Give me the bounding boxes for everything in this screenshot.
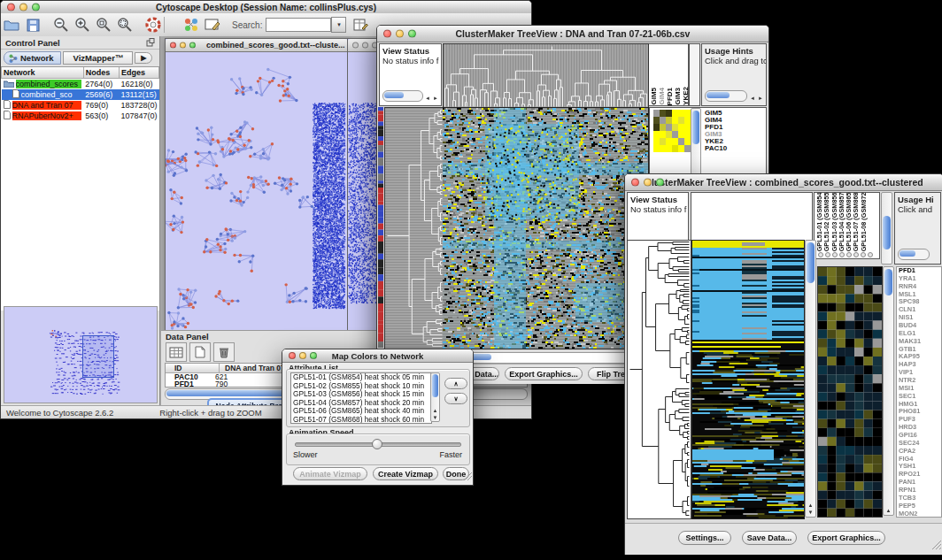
zoom-in-icon[interactable] [72, 15, 93, 35]
treeview2-title-bar[interactable]: ClusterMaker TreeView : combined_scores_… [625, 174, 942, 191]
matrix-cell[interactable] [672, 124, 678, 131]
matrix-cell[interactable] [653, 138, 660, 145]
network-canvas[interactable] [166, 51, 346, 330]
tabs-more-button[interactable]: ▶ [135, 52, 152, 64]
tv1-heat-hscrollbar[interactable] [443, 352, 650, 364]
network-row[interactable]: RNAPuberNov2+563(0)107847(0) [2, 111, 159, 121]
matrix-cell[interactable] [684, 138, 691, 145]
close-button[interactable] [170, 42, 176, 49]
attribute-browser-icon[interactable] [350, 15, 371, 35]
tv2-export-graphics-button[interactable]: Export Graphics... [807, 531, 885, 545]
tv1-heatmap-canvas[interactable] [443, 107, 649, 349]
tv2-column-label[interactable]: GPL51-03 (GSM856) [831, 192, 838, 251]
attribute-item[interactable]: GPL51-07 (GSM868) heat shock 60 min [291, 416, 431, 424]
tv2-save-data-button[interactable]: Save Data... [742, 531, 797, 545]
minimize-button[interactable] [180, 42, 186, 49]
minimize-button[interactable] [19, 4, 27, 12]
treeview1-title-bar[interactable]: ClusterMaker TreeView : DNA and Tran 07-… [377, 26, 768, 42]
matrix-cell[interactable] [653, 124, 660, 131]
tv2-column-label[interactable]: GPL51-04 (GSM857) [838, 192, 845, 251]
scroll-up-icon[interactable]: ▲ [884, 508, 893, 513]
zoom-button[interactable] [189, 42, 196, 49]
minimize-button[interactable] [299, 352, 306, 359]
matrix-cell[interactable] [660, 138, 666, 145]
tv1-column-label[interactable]: PFD1 [667, 88, 674, 105]
matrix-cell[interactable] [672, 110, 678, 117]
tv2-column-label[interactable]: GPL51-01 (GSM854) [816, 192, 822, 251]
tab-vizmapper[interactable]: VizMapper™ [63, 51, 133, 65]
matrix-cell[interactable] [678, 110, 684, 117]
zoom-fit-icon[interactable] [114, 15, 135, 35]
minimize-button[interactable] [644, 179, 652, 187]
matrix-cell[interactable] [684, 117, 691, 124]
matrix-cell[interactable] [672, 145, 678, 152]
zoom-out-icon[interactable] [50, 15, 72, 35]
matrix-cell[interactable] [660, 117, 666, 124]
close-button[interactable] [631, 179, 639, 187]
network-row[interactable]: combined_scores2764(0)16218(0) [2, 79, 159, 90]
matrix-cell[interactable] [684, 110, 691, 117]
move-attribute-down-button[interactable]: ∨ [444, 393, 467, 404]
save-icon[interactable] [22, 15, 43, 35]
matrix-cell[interactable] [666, 124, 672, 131]
float-panel-icon[interactable] [146, 35, 155, 50]
close-button[interactable] [352, 42, 359, 49]
tv1-similarity-matrix[interactable] [653, 110, 691, 152]
matrix-cell[interactable] [653, 145, 660, 152]
matrix-cell[interactable] [666, 145, 672, 152]
attribute-select-icon[interactable] [166, 342, 187, 362]
matrix-cell[interactable] [678, 145, 684, 152]
tv1-column-label[interactable]: GIM3 [675, 88, 682, 105]
scroll-down-icon[interactable]: ▼ [806, 510, 815, 515]
minimize-button[interactable] [396, 30, 404, 38]
network-row[interactable]: combined_sco2569(6)13112(15) [2, 89, 159, 100]
matrix-cell[interactable] [653, 117, 660, 124]
search-input[interactable] [266, 18, 331, 32]
matrix-cell[interactable] [684, 131, 691, 138]
zoom-button[interactable] [408, 30, 416, 38]
matrix-cell[interactable] [660, 124, 666, 131]
tv2-zoom-heatmap-canvas[interactable] [817, 266, 883, 518]
matrix-cell[interactable] [672, 117, 678, 124]
scroll-right-icon[interactable]: ► [758, 96, 763, 101]
close-button[interactable] [383, 30, 391, 38]
delete-attribute-trash-icon[interactable] [213, 342, 235, 362]
help-lifesaver-icon[interactable] [143, 15, 164, 35]
tv1-column-label[interactable]: GIM5 [651, 88, 658, 105]
slider-thumb[interactable] [372, 439, 382, 449]
matrix-cell[interactable] [666, 117, 672, 124]
close-button[interactable] [289, 352, 296, 359]
tv2-top-vscrollbar[interactable] [881, 192, 892, 265]
tv2-gene-label[interactable]: MON2 [899, 510, 941, 518]
tv2-column-label[interactable]: GPL51-07 (GSM868) [853, 192, 859, 251]
main-title-bar[interactable]: Cytoscape Desktop (Session Name: collins… [1, 1, 531, 14]
scroll-left-icon[interactable]: ◄ [425, 96, 430, 101]
zoom-selected-icon[interactable] [93, 15, 114, 35]
data-column-id[interactable]: ID [166, 364, 220, 372]
tv1-export-graphics-button[interactable]: Export Graphics... [505, 367, 583, 380]
animation-speed-slider[interactable] [295, 442, 461, 447]
matrix-cell[interactable] [678, 117, 684, 124]
tv1-column-label[interactable]: GIM4 [659, 88, 666, 105]
new-attribute-icon[interactable] [189, 342, 211, 362]
network-view-title-bar[interactable]: combined_scores_good.txt--cluste... [166, 39, 348, 52]
matrix-cell[interactable] [672, 138, 678, 145]
matrix-cell[interactable] [653, 110, 660, 117]
tv1-column-dendrogram[interactable] [443, 43, 649, 108]
zoom-button[interactable] [656, 179, 664, 187]
matrix-cell[interactable] [660, 131, 666, 138]
scroll-down-icon[interactable]: ▼ [431, 415, 439, 420]
matrix-cell[interactable] [678, 138, 684, 145]
create-vizmap-button[interactable]: Create Vizmap [373, 467, 438, 480]
tab-network[interactable]: Network [4, 51, 61, 65]
attribute-list-scrollbar[interactable]: ▲ ▼ [430, 372, 440, 422]
attribute-listbox[interactable]: GPL51-01 (GSM854) heat shock 05 minGPL51… [290, 372, 432, 424]
tv2-gene-list[interactable]: PFD1YRA1RNR4MSL1SPC98CLN1NIS1BUD4ELG1MAK… [896, 266, 942, 518]
tv2-heatmap-canvas[interactable] [691, 240, 805, 519]
tv2-zoom-vscrollbar[interactable]: ▲ [883, 266, 894, 516]
annotation-icon[interactable] [202, 15, 223, 35]
tv2-heat-vscrollbar[interactable]: ▲ ▼ [805, 240, 816, 518]
scroll-right-icon[interactable]: ► [433, 96, 438, 101]
resize-grip-icon[interactable] [932, 537, 941, 553]
matrix-cell[interactable] [666, 138, 672, 145]
